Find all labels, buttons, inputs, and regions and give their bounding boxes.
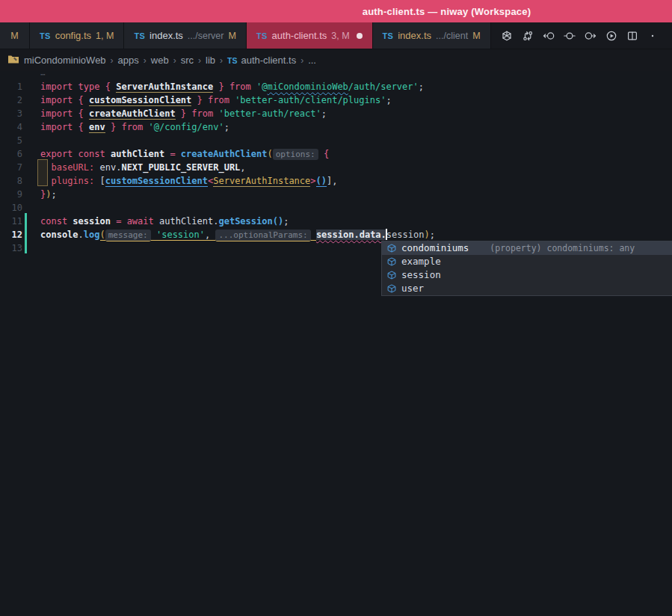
code-line[interactable]: 2import { customSessionClient } from 'be… xyxy=(0,93,672,107)
breadcrumb-item[interactable]: miCondominioWeb xyxy=(24,55,106,66)
tab-modified-badge: 1, M xyxy=(96,31,114,41)
code-token: { xyxy=(105,81,116,92)
code-token: from xyxy=(191,108,218,119)
chevron-right-icon: › xyxy=(144,55,147,66)
code-token: import type xyxy=(40,81,105,92)
code-token: { xyxy=(78,95,89,105)
typescript-icon: TS xyxy=(227,56,237,65)
chevron-right-icon: › xyxy=(300,55,303,66)
fold-indicator[interactable]: ⋯ xyxy=(0,71,672,80)
line-number: 3 xyxy=(0,107,22,120)
code-token xyxy=(151,230,156,241)
code-line[interactable]: 9}); xyxy=(0,188,672,201)
line-number: 13 xyxy=(0,241,22,255)
code-token: customSessionClient xyxy=(105,176,208,187)
openai-logo[interactable] xyxy=(501,29,514,42)
code-token: customSessionClient xyxy=(89,95,191,106)
code-token: '@/config/env' xyxy=(149,122,224,132)
suggest-item-session[interactable]: session xyxy=(382,268,672,282)
overflow-more-icon[interactable] xyxy=(647,29,660,42)
code-token: session xyxy=(386,230,425,240)
code-line[interactable]: 4import { env } from '@/config/env'; xyxy=(0,120,672,134)
code-token: ( xyxy=(267,149,272,159)
breadcrumb-file[interactable]: auth-client.ts xyxy=(241,55,296,66)
breadcrumb-symbol[interactable]: ... xyxy=(308,55,316,66)
line-number: 5 xyxy=(0,134,22,147)
code-token: , xyxy=(240,162,245,173)
code-line[interactable]: 6export const authClient = createAuthCli… xyxy=(0,147,672,161)
code-token: [ xyxy=(99,176,105,186)
code-token: } xyxy=(213,81,229,92)
code-token: getSession xyxy=(218,216,272,227)
line-number: 11 xyxy=(0,215,22,228)
breadcrumb-item[interactable]: web xyxy=(151,55,169,66)
code-token: () xyxy=(273,216,283,227)
code-token: ; xyxy=(430,230,435,240)
line-number: 12 xyxy=(0,228,22,241)
breadcrumb-item[interactable]: src xyxy=(181,55,194,66)
circle-arrow-left-icon[interactable] xyxy=(543,29,555,42)
unsaved-dot[interactable] xyxy=(357,33,363,39)
code-line[interactable]: 3import { createAuthClient } from 'bette… xyxy=(0,107,672,120)
tab-detail: .../client xyxy=(436,31,468,41)
code-token: : xyxy=(89,162,99,173)
tab-bar: MTSconfig.ts1, MTSindex.ts.../serverMTSa… xyxy=(0,22,672,49)
circle-arrow-right-icon[interactable] xyxy=(585,29,597,42)
suggest-widget: condominiums(property) condominiums: any… xyxy=(381,241,672,296)
editor-actions xyxy=(491,22,672,49)
tab-config-ts[interactable]: TSconfig.ts1, M xyxy=(30,22,124,49)
split-editor-icon[interactable] xyxy=(626,29,639,42)
code-token: from xyxy=(229,81,256,92)
code-token: baseURL xyxy=(51,162,89,173)
code-line[interactable]: 5 xyxy=(0,134,672,147)
circle-node-icon[interactable] xyxy=(564,29,576,42)
code-line[interactable]: 1import type { ServerAuthInstance } from… xyxy=(0,80,672,93)
code-token: miCondominioWeb xyxy=(267,81,348,92)
tab-auth-client-ts[interactable]: TSauth-client.ts3, M xyxy=(247,22,373,49)
code-token: from xyxy=(208,95,235,105)
run-debug-icon[interactable] xyxy=(605,29,618,42)
breadcrumb-item[interactable]: apps xyxy=(118,55,139,66)
suggest-label: condominiums xyxy=(401,241,469,255)
tab-partial[interactable]: M xyxy=(0,22,30,49)
line-number: 7 xyxy=(0,161,22,174)
code-token: } xyxy=(105,122,122,132)
suggest-label: session xyxy=(401,268,441,282)
chevron-right-icon: › xyxy=(198,55,201,66)
breadcrumb-item[interactable]: lib xyxy=(206,55,215,66)
code-token: } xyxy=(191,95,208,105)
code-token: 'better-auth/client/plugins' xyxy=(235,95,386,105)
code-line[interactable]: 11const session = await authClient.getSe… xyxy=(0,215,672,228)
code-line[interactable]: 7 baseURL: env.NEXT_PUBLIC_SERVER_URL, xyxy=(0,161,672,174)
code-token: env xyxy=(89,122,105,133)
code-editor[interactable]: ⋯ 1import type { ServerAuthInstance } fr… xyxy=(0,71,672,616)
code-token: () xyxy=(316,176,327,187)
tab-index-ts[interactable]: TSindex.ts.../serverM xyxy=(124,22,247,49)
code-token: { xyxy=(324,149,329,159)
code-token: log xyxy=(84,230,100,240)
tab-label: auth-client.ts xyxy=(272,30,327,41)
code-token: import xyxy=(40,122,78,132)
line-number: 10 xyxy=(0,201,22,215)
folder-icon xyxy=(7,54,19,67)
code-line[interactable]: 12console.log(message: 'session', ...opt… xyxy=(0,228,672,241)
line-number: 6 xyxy=(0,147,22,161)
code-token: ( xyxy=(100,230,105,241)
suggest-item-example[interactable]: example xyxy=(382,255,672,268)
fold-ellipsis[interactable]: ⋯ xyxy=(40,70,46,79)
code-token: env xyxy=(99,162,116,173)
code-token: export const xyxy=(40,149,111,159)
source-control-graph-icon[interactable] xyxy=(522,29,534,42)
suggest-item-user[interactable]: user xyxy=(382,282,672,295)
tab-detail: .../server xyxy=(188,31,224,41)
tab-index-ts[interactable]: TSindex.ts.../clientM xyxy=(373,22,491,49)
vscode-window: auth-client.ts — niway (Workspace) MTSco… xyxy=(0,0,672,616)
code-token: options: xyxy=(273,149,318,160)
code-token: { xyxy=(78,122,89,132)
code-line[interactable]: 8 plugins: [customSessionClient<ServerAu… xyxy=(0,174,672,188)
tab-modified-badge: 3, M xyxy=(331,31,349,41)
code-token: console xyxy=(40,230,78,240)
suggest-item-condominiums[interactable]: condominiums(property) condominiums: any xyxy=(382,241,672,255)
code-line[interactable]: 10 xyxy=(0,201,672,215)
suggest-label: user xyxy=(401,282,424,295)
